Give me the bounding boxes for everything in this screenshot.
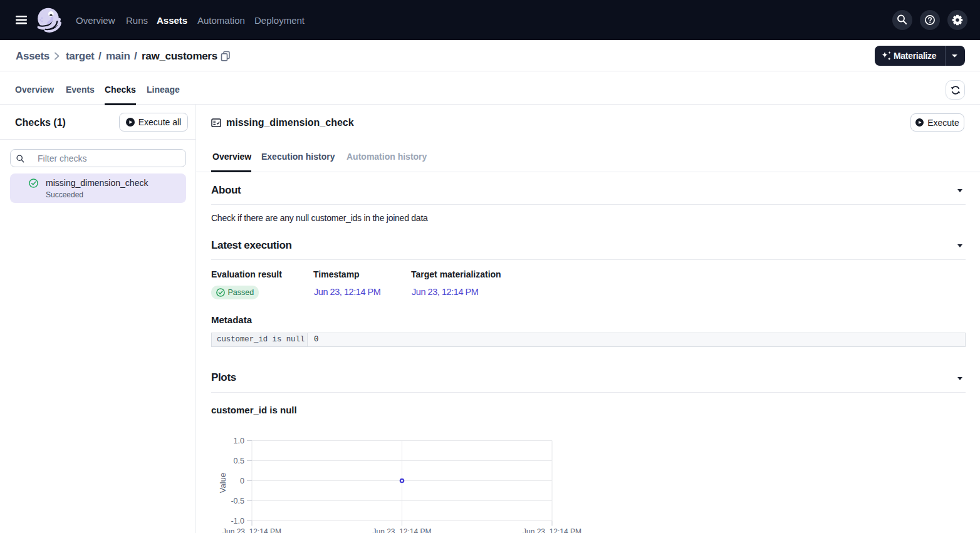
svg-text:-1.0: -1.0: [231, 517, 244, 525]
svg-text:0: 0: [240, 477, 244, 485]
svg-text:-0.5: -0.5: [231, 497, 244, 505]
svg-text:Jun 23, 12:14 PM: Jun 23, 12:14 PM: [372, 527, 431, 533]
svg-text:1.0: 1.0: [234, 437, 244, 445]
svg-text:0.5: 0.5: [234, 457, 244, 465]
svg-text:Value: Value: [218, 473, 227, 493]
svg-text:Jun 23, 12:14 PM: Jun 23, 12:14 PM: [222, 527, 281, 533]
svg-text:Jun 23, 12:14 PM: Jun 23, 12:14 PM: [523, 527, 581, 533]
